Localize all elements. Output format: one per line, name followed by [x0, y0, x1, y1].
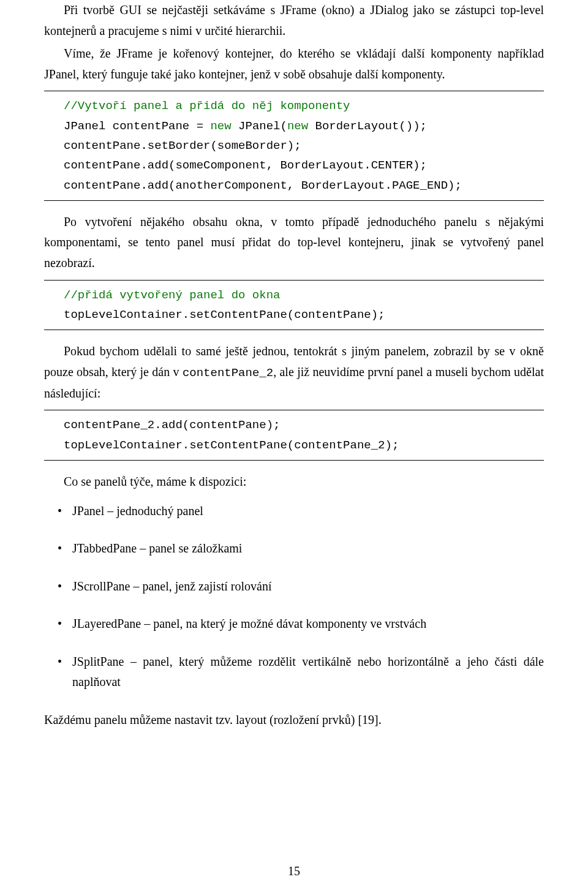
- bullet-item-5: JSplitPane – panel, který můžeme rozděli…: [44, 652, 544, 693]
- bullet-item-3: JScrollPane – panel, jenž zajistí rolová…: [44, 576, 544, 597]
- bullet-item-4: JLayeredPane – panel, na který je možné …: [44, 614, 544, 635]
- paragraph-1: Při tvorbě GUI se nejčastěji setkáváme s…: [44, 0, 544, 41]
- code1-line1: //Vytvoří panel a přidá do něj komponent…: [44, 96, 544, 116]
- code-block-3: contentPane_2.add(contentPane); topLevel…: [44, 410, 544, 461]
- paragraph-6: Každému panelu můžeme nastavit tzv. layo…: [44, 710, 544, 731]
- code1-line3: contentPane.setBorder(someBorder);: [44, 136, 544, 156]
- code2-line2: topLevelContainer.setContentPane(content…: [44, 305, 544, 325]
- code1-line2: JPanel contentPane = new JPanel(new Bord…: [44, 116, 544, 136]
- code1-line4: contentPane.add(someComponent, BorderLay…: [44, 156, 544, 175]
- code2-line1: //přidá vytvořený panel do okna: [44, 285, 544, 305]
- code3-line1: contentPane_2.add(contentPane);: [44, 415, 544, 435]
- code-block-2: //přidá vytvořený panel do okna topLevel…: [44, 280, 544, 331]
- paragraph-2: Víme, že JFrame je kořenový kontejner, d…: [44, 43, 544, 85]
- paragraph-4: Pokud bychom udělali to samé ještě jedno…: [44, 341, 544, 404]
- bullet-item-1: JPanel – jednoduchý panel: [44, 501, 544, 522]
- code1-line5: contentPane.add(anotherComponent, Border…: [44, 176, 544, 195]
- page-root: Při tvorbě GUI se nejčastěji setkáváme s…: [0, 0, 588, 893]
- paragraph-3: Po vytvoření nějakého obsahu okna, v tom…: [44, 212, 544, 274]
- bullet-item-2: JTabbedPane – panel se záložkami: [44, 538, 544, 559]
- paragraph-5: Co se panelů týče, máme k dispozici:: [44, 472, 544, 492]
- code3-line2: topLevelContainer.setContentPane(content…: [44, 435, 544, 455]
- page-number: 15: [0, 861, 588, 882]
- bullet-list: JPanel – jednoduchý panel JTabbedPane – …: [44, 501, 544, 693]
- code-block-1: //Vytvoří panel a přidá do něj komponent…: [44, 91, 544, 200]
